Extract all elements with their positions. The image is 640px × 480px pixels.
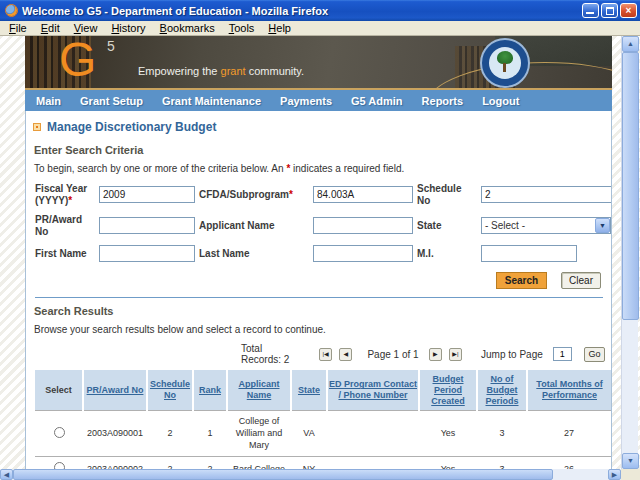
cfda-label: CFDA/Subprogram* — [199, 189, 309, 201]
cell-total-months: 27 — [527, 411, 611, 457]
cell-rank: 2 — [193, 457, 227, 469]
applicant-name-input[interactable] — [313, 217, 413, 234]
col-rank-sort[interactable]: Rank — [199, 385, 221, 395]
window-title: Welcome to G5 - Department of Education … — [22, 5, 582, 17]
jump-to-page-input[interactable] — [553, 347, 572, 361]
criteria-note: To begin, search by one or more of the c… — [34, 163, 605, 174]
scroll-up-icon[interactable]: ▲ — [622, 36, 639, 52]
nav-g5-admin[interactable]: G5 Admin — [351, 95, 403, 107]
nav-grant-setup[interactable]: Grant Setup — [80, 95, 143, 107]
cell-total-months: 26 — [527, 457, 611, 469]
col-state-sort[interactable]: State — [298, 385, 320, 395]
col-budget-periods-sort[interactable]: No of Budget Periods — [485, 374, 518, 406]
criteria-heading: Enter Search Criteria — [34, 144, 605, 156]
last-page-button[interactable]: ▶| — [449, 348, 462, 361]
nav-reports[interactable]: Reports — [422, 95, 464, 107]
cell-schedule: 2 — [147, 457, 193, 469]
next-page-button[interactable]: ▶ — [429, 348, 442, 361]
cell-pr-award: 2003A090002 — [83, 457, 147, 469]
tagline-post: community. — [246, 65, 304, 77]
title-bar: Welcome to G5 - Department of Education … — [0, 0, 640, 21]
seal-inner-ring — [489, 47, 521, 79]
total-records-value: 2 — [284, 354, 290, 365]
last-name-input[interactable] — [313, 245, 413, 262]
nav-payments[interactable]: Payments — [280, 95, 332, 107]
state-label: State — [417, 220, 477, 232]
total-records-label: Total Records: — [241, 343, 281, 365]
results-heading: Search Results — [34, 305, 605, 317]
menu-edit[interactable]: Edit — [34, 22, 67, 34]
pagination-top: Total Records: 2 |◀ ◀ Page 1 of 1 ▶ ▶| J… — [241, 343, 605, 365]
menu-tools[interactable]: Tools — [222, 22, 262, 34]
cell-budget-created: Yes — [419, 457, 477, 469]
col-schedule-sort[interactable]: Schedule No — [150, 379, 190, 400]
fiscal-year-required: * — [68, 195, 72, 206]
cell-ed-contact — [327, 457, 419, 469]
pr-award-input[interactable] — [99, 217, 195, 234]
firefox-icon — [5, 4, 18, 17]
schedule-no-input[interactable] — [481, 186, 612, 203]
page-indicator: Page 1 of 1 — [367, 349, 418, 360]
first-name-input[interactable] — [99, 245, 195, 262]
scroll-down-icon[interactable]: ▼ — [622, 453, 639, 469]
menu-view[interactable]: View — [67, 22, 105, 34]
vertical-scroll-thumb[interactable] — [622, 52, 639, 320]
menu-file[interactable]: File — [2, 22, 34, 34]
criteria-note-pre: To begin, search by one or more of the c… — [34, 163, 286, 174]
col-applicant-sort[interactable]: Applicant Name — [238, 379, 279, 400]
cell-state: NY — [291, 457, 327, 469]
select-record-radio[interactable] — [54, 427, 65, 438]
first-page-button[interactable]: |◀ — [319, 348, 332, 361]
total-records: Total Records: 2 — [241, 343, 299, 365]
main-navigation: Main Grant Setup Grant Maintenance Payme… — [25, 90, 612, 111]
page-title: Manage Discretionary Budget — [33, 120, 605, 134]
first-name-label: First Name — [35, 248, 95, 260]
search-button[interactable]: Search — [496, 272, 547, 289]
col-ed-contact-sort[interactable]: ED Program Contact / Phone Number — [329, 379, 417, 400]
fiscal-year-input[interactable] — [99, 186, 195, 203]
cfda-required: * — [289, 189, 293, 200]
cell-ed-contact — [327, 411, 419, 457]
vertical-scrollbar[interactable]: ▲ ▼ — [621, 36, 638, 469]
col-pr-award-sort[interactable]: PR/Award No — [87, 385, 144, 395]
horizontal-scroll-thumb[interactable] — [13, 469, 553, 480]
col-total-months-sort[interactable]: Total Months of Performance — [536, 379, 602, 400]
results-note: Browse your search results below and sel… — [34, 324, 605, 335]
last-name-label: Last Name — [199, 248, 309, 260]
middle-initial-label: M.I. — [417, 248, 477, 260]
page-title-text: Manage Discretionary Budget — [47, 120, 216, 134]
cell-pr-award: 2003A090001 — [83, 411, 147, 457]
clear-button[interactable]: Clear — [561, 272, 601, 289]
close-button[interactable]: × — [620, 3, 637, 18]
search-results-table: Select PR/Award No Schedule No Rank Appl… — [35, 370, 611, 469]
horizontal-scrollbar[interactable]: ◀ ▶ — [0, 469, 621, 480]
cell-applicant: College of William and Mary — [227, 411, 291, 457]
department-of-education-seal-icon — [480, 38, 530, 88]
nav-main[interactable]: Main — [36, 95, 61, 107]
cell-state: VA — [291, 411, 327, 457]
middle-initial-input[interactable] — [481, 245, 577, 262]
scrollbar-corner — [621, 469, 640, 480]
nav-logout[interactable]: Logout — [482, 95, 519, 107]
scroll-left-icon[interactable]: ◀ — [0, 469, 13, 480]
table-header-row: Select PR/Award No Schedule No Rank Appl… — [35, 370, 611, 411]
chevron-down-icon[interactable]: ▼ — [595, 218, 610, 233]
schedule-no-label: Schedule No — [417, 183, 477, 206]
restore-button[interactable] — [601, 3, 618, 18]
go-button[interactable]: Go — [584, 347, 605, 362]
cell-applicant: Bard College — [227, 457, 291, 469]
menu-history[interactable]: History — [104, 22, 152, 34]
prev-page-button[interactable]: ◀ — [339, 348, 352, 361]
col-budget-created-sort[interactable]: Budget Period Created — [431, 374, 465, 406]
nav-grant-maintenance[interactable]: Grant Maintenance — [162, 95, 261, 107]
browser-window: Welcome to G5 - Department of Education … — [0, 0, 640, 480]
cfda-input[interactable] — [313, 186, 413, 203]
menu-help[interactable]: Help — [261, 22, 298, 34]
state-select[interactable]: - Select - ▼ — [481, 217, 611, 234]
menu-bookmarks[interactable]: Bookmarks — [153, 22, 222, 34]
table-row: 2003A090001 2 1 College of William and M… — [35, 411, 611, 457]
scroll-right-icon[interactable]: ▶ — [608, 469, 621, 480]
minimize-button[interactable] — [582, 3, 599, 18]
cell-rank: 1 — [193, 411, 227, 457]
col-select: Select — [45, 385, 72, 395]
